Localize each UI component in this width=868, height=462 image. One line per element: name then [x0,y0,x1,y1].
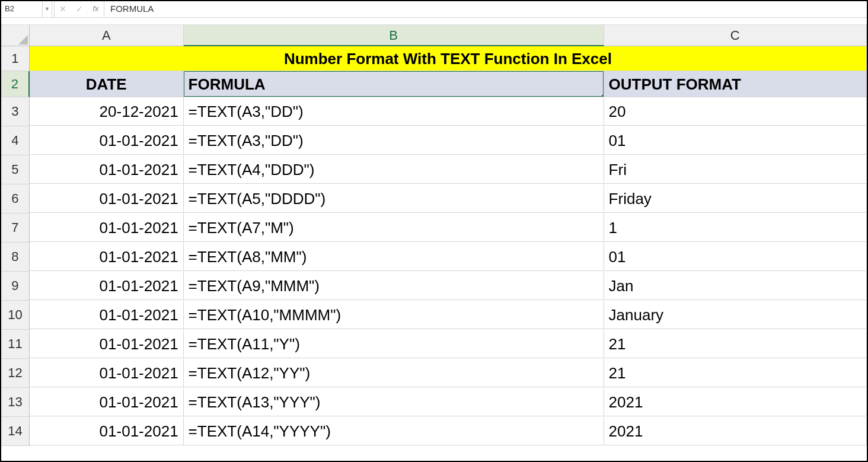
cell-C13[interactable]: 2021 [604,388,867,416]
col-header-B[interactable]: B [184,25,604,46]
cell-A13[interactable]: 01-01-2021 [30,388,184,416]
row-header-5[interactable]: 5 [1,155,30,184]
cell-A7[interactable]: 01-01-2021 [30,214,184,242]
cell-A10[interactable]: 01-01-2021 [30,301,184,329]
cell-C14[interactable]: 2021 [604,417,867,445]
title-cell[interactable]: Number Format With TEXT Function In Exce… [30,46,867,71]
table-row: 901-01-2021=TEXT(A9,"MMM")Jan [1,272,867,301]
row-header-9[interactable]: 9 [1,272,30,301]
header-formula[interactable]: FORMULA [184,71,604,97]
row-header-13[interactable]: 13 [1,388,30,417]
cell-B8[interactable]: =TEXT(A8,"MM") [184,243,604,271]
cell-B11[interactable]: =TEXT(A11,"Y") [184,330,604,358]
name-box-dropdown-icon[interactable]: ▼ [43,1,52,17]
enter-icon: ✓ [71,1,88,17]
cell-B10[interactable]: =TEXT(A10,"MMMM") [184,301,604,329]
cell-C6[interactable]: Friday [604,184,867,213]
fx-icon[interactable]: fx [88,1,104,17]
table-row: 601-01-2021=TEXT(A5,"DDDD")Friday [1,184,867,214]
cell-B4[interactable]: =TEXT(A3,"DD") [184,126,604,155]
row-2: 2 DATE FORMULA OUTPUT FORMAT [1,71,867,97]
table-row: 1401-01-2021=TEXT(A14,"YYYY")2021 [1,417,867,446]
table-row: 701-01-2021=TEXT(A7,"M")1 [1,214,867,243]
cell-A9[interactable]: 01-01-2021 [30,272,184,300]
table-row: 401-01-2021=TEXT(A3,"DD")01 [1,126,867,155]
cell-A6[interactable]: 01-01-2021 [30,184,184,213]
cell-C10[interactable]: January [604,301,867,329]
cell-C7[interactable]: 1 [604,214,867,242]
table-row: 501-01-2021=TEXT(A4,"DDD")Fri [1,155,867,184]
header-output[interactable]: OUTPUT FORMAT [604,71,867,97]
cell-B3[interactable]: =TEXT(A3,"DD") [184,97,604,126]
spacer [1,18,867,25]
cell-C9[interactable]: Jan [604,272,867,300]
cell-C3[interactable]: 20 [604,97,867,126]
row-header-4[interactable]: 4 [1,126,30,155]
table-row: 1001-01-2021=TEXT(A10,"MMMM")January [1,301,867,330]
col-header-C[interactable]: C [604,25,867,46]
cell-B7[interactable]: =TEXT(A7,"M") [184,214,604,242]
row-header-6[interactable]: 6 [1,184,30,214]
cell-A4[interactable]: 01-01-2021 [30,126,184,155]
cell-A3[interactable]: 20-12-2021 [30,97,184,126]
cell-B13[interactable]: =TEXT(A13,"YYY") [184,388,604,416]
select-all-corner[interactable] [1,25,30,46]
col-header-A[interactable]: A [30,25,184,46]
row-header-3[interactable]: 3 [1,97,30,126]
cell-A8[interactable]: 01-01-2021 [30,243,184,271]
row-header-11[interactable]: 11 [1,330,30,359]
column-header-row: A B C [1,25,867,46]
cell-C4[interactable]: 01 [604,126,867,155]
table-row: 1201-01-2021=TEXT(A12,"YY")21 [1,359,867,388]
cell-B6[interactable]: =TEXT(A5,"DDDD") [184,184,604,213]
cell-A5[interactable]: 01-01-2021 [30,155,184,184]
cell-C8[interactable]: 01 [604,243,867,271]
table-row: 801-01-2021=TEXT(A8,"MM")01 [1,243,867,272]
header-date[interactable]: DATE [30,71,184,97]
cell-C12[interactable]: 21 [604,359,867,387]
cell-A11[interactable]: 01-01-2021 [30,330,184,358]
header-formula-label: FORMULA [189,75,266,93]
table-row: 320-12-2021=TEXT(A3,"DD")20 [1,97,867,126]
formula-bar: B2 ▼ ✕ ✓ fx FORMULA [1,1,867,18]
row-header-2[interactable]: 2 [1,71,30,97]
cell-A14[interactable]: 01-01-2021 [30,417,184,445]
cell-B5[interactable]: =TEXT(A4,"DDD") [184,155,604,184]
fill-handle[interactable] [602,95,604,97]
cell-C11[interactable]: 21 [604,330,867,358]
table-row: 1101-01-2021=TEXT(A11,"Y")21 [1,330,867,359]
name-box[interactable]: B2 [1,1,43,17]
cell-B9[interactable]: =TEXT(A9,"MMM") [184,272,604,300]
row-header-10[interactable]: 10 [1,301,30,330]
row-header-7[interactable]: 7 [1,214,30,243]
cancel-icon: ✕ [55,1,71,17]
row-header-8[interactable]: 8 [1,243,30,272]
table-row: 1301-01-2021=TEXT(A13,"YYY")2021 [1,388,867,417]
formula-input[interactable]: FORMULA [104,1,867,17]
row-header-12[interactable]: 12 [1,359,30,388]
row-header-1[interactable]: 1 [1,46,30,71]
spreadsheet-grid: A B C 1 Number Format With TEXT Function… [1,25,867,446]
cell-B12[interactable]: =TEXT(A12,"YY") [184,359,604,387]
cell-A12[interactable]: 01-01-2021 [30,359,184,387]
row-1: 1 Number Format With TEXT Function In Ex… [1,46,867,71]
cell-C5[interactable]: Fri [604,155,867,184]
row-header-14[interactable]: 14 [1,417,30,446]
cell-B14[interactable]: =TEXT(A14,"YYYY") [184,417,604,445]
